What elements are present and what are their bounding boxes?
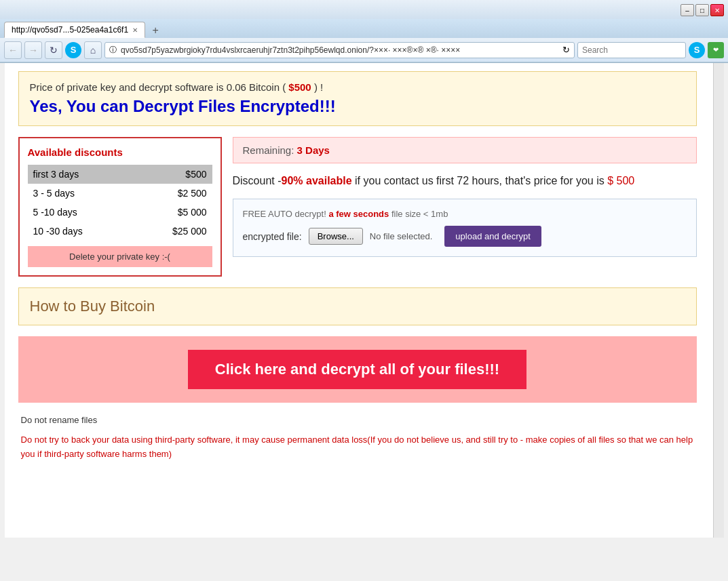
discount-pct: 90% available (282, 175, 352, 186)
delete-key-row: Delete your private key :-( (28, 246, 212, 267)
lock-icon: ⓘ (109, 45, 117, 55)
price-cell: $5 000 (133, 203, 212, 222)
scrollbar[interactable] (713, 63, 724, 538)
nav-bar: ← → ↻ S ⌂ ⓘ qvo5sd7p5yazwbrgioky7rdu4vsl… (0, 38, 728, 62)
page-content: Price of private key and decrypt softwar… (5, 63, 710, 475)
remaining-label: Remaining: (243, 144, 297, 156)
active-tab[interactable]: http://qvo5sd7...5-025ea4a1c6f1 ✕ (4, 22, 145, 38)
upload-info: FREE AUTO decrypt! a few seconds file si… (243, 209, 687, 219)
header-price: Price of private key and decrypt softwar… (30, 81, 685, 93)
page-wrapper: Price of private key and decrypt softwar… (5, 63, 724, 538)
refresh-addr-icon[interactable]: ↻ (562, 45, 570, 55)
discounts-column: Available discounts first 3 days $500 3 … (18, 137, 222, 277)
cta-button[interactable]: Click here and decrypt all of your files… (188, 350, 526, 389)
price-cell: $500 (133, 165, 212, 184)
tab-bar: http://qvo5sd7...5-025ea4a1c6f1 ✕ + (0, 19, 728, 38)
skype-icon: S (65, 42, 81, 58)
refresh-button[interactable]: ↻ (45, 41, 62, 59)
upload-decrypt-button[interactable]: upload and decrypt (444, 226, 541, 247)
skype-addon-icon: S (689, 42, 705, 58)
footer-notes: Do not rename files Do not try to back y… (18, 414, 697, 461)
period-cell: first 3 days (28, 165, 134, 184)
search-input[interactable] (577, 42, 686, 58)
window-controls: – □ ✕ (681, 4, 724, 16)
address-bar[interactable]: ⓘ qvo5sd7p5yazwbrgioky7rdu4vslxrcaeruhjr… (104, 42, 575, 58)
period-cell: 3 - 5 days (28, 184, 134, 203)
new-tab-button[interactable]: + (148, 23, 163, 38)
tab-title: http://qvo5sd7...5-025ea4a1c6f1 (12, 25, 128, 35)
period-cell: 10 -30 days (28, 222, 134, 241)
footer-note-1: Do not rename files (21, 414, 694, 428)
how-to-buy-title: How to Buy Bitcoin (30, 298, 685, 315)
footer-note-2: Do not try to back your data using third… (21, 433, 694, 462)
discounts-title: Available discounts (28, 146, 212, 158)
remaining-bar: Remaining: 3 Days (233, 137, 697, 163)
back-button[interactable]: ← (4, 41, 22, 59)
no-file-text: No file selected. (370, 231, 433, 241)
upload-info-1: FREE AUTO decrypt! (243, 209, 329, 219)
tab-close-icon[interactable]: ✕ (132, 26, 138, 34)
upload-box: FREE AUTO decrypt! a few seconds file si… (233, 199, 697, 257)
address-text: qvo5sd7p5yazwbrgioky7rdu4vslxrcaeruhjr7z… (121, 45, 558, 55)
table-row: first 3 days $500 (28, 165, 212, 184)
right-column: Remaining: 3 Days Discount -90% availabl… (233, 137, 697, 277)
discount-text: Discount -90% available if you contact u… (233, 173, 697, 189)
price-amount: $500 (288, 81, 311, 93)
price-cell: $25 000 (133, 222, 212, 241)
remaining-days: 3 Days (297, 144, 330, 156)
browse-button[interactable]: Browse... (309, 228, 363, 245)
table-row: 5 -10 days $5 000 (28, 203, 212, 222)
few-seconds-text: a few seconds (328, 209, 389, 219)
title-bar: – □ ✕ (0, 0, 728, 19)
discount-table: first 3 days $500 3 - 5 days $2 500 5 -1… (28, 165, 212, 241)
close-button[interactable]: ✕ (710, 4, 724, 16)
extension-icon: ❤ (708, 42, 724, 58)
discount-amount: $ 500 (607, 175, 634, 186)
discounts-box: Available discounts first 3 days $500 3 … (18, 137, 222, 277)
main-layout: Available discounts first 3 days $500 3 … (18, 137, 697, 277)
cta-section: Click here and decrypt all of your files… (18, 336, 697, 403)
table-row: 10 -30 days $25 000 (28, 222, 212, 241)
price-text: Price of private key and decrypt softwar… (30, 81, 289, 93)
table-row: 3 - 5 days $2 500 (28, 184, 212, 203)
how-to-buy-section: How to Buy Bitcoin (18, 287, 697, 325)
discount-mid: if you contact us first 72 hours, that's… (352, 175, 608, 186)
forward-button[interactable]: → (24, 41, 42, 59)
home-button[interactable]: ⌂ (84, 41, 102, 59)
header-banner: Price of private key and decrypt softwar… (18, 71, 697, 126)
file-label: encrypted file: (243, 231, 302, 242)
header-yes-text: Yes, You can Decrypt Files Encrypted!!! (30, 97, 685, 116)
period-cell: 5 -10 days (28, 203, 134, 222)
minimize-button[interactable]: – (681, 4, 694, 16)
discount-prefix: Discount - (233, 175, 282, 186)
maximize-button[interactable]: □ (695, 4, 709, 16)
upload-info-2: file size < 1mb (389, 209, 448, 219)
price-cell: $2 500 (133, 184, 212, 203)
file-row: encrypted file: Browse... No file select… (243, 226, 687, 247)
price-suffix: ) ! (311, 81, 324, 93)
